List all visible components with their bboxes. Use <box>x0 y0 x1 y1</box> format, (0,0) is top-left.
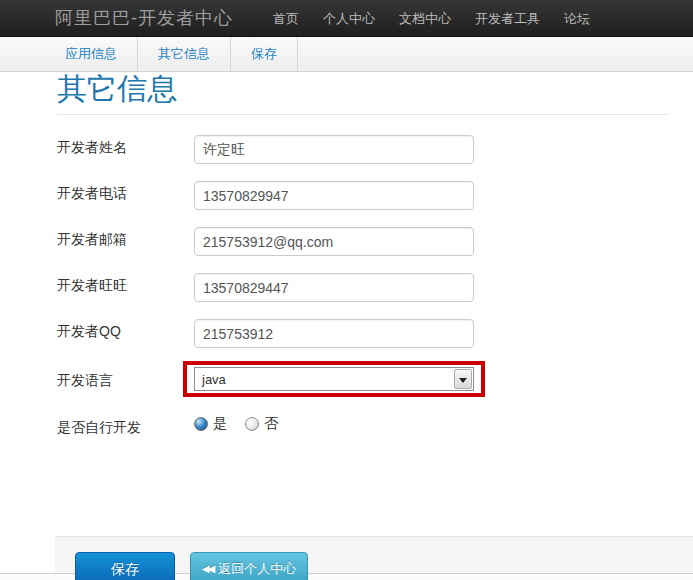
save-button[interactable]: 保存 <box>75 552 175 580</box>
brand-title[interactable]: 阿里巴巴-开发者中心 <box>55 6 233 30</box>
developer-center-page: { "navbar": { "brand": "阿里巴巴-开发者中心", "it… <box>0 0 693 580</box>
developer-phone-input[interactable] <box>194 181 474 210</box>
save-button-label: 保存 <box>111 561 139 577</box>
developer-wangwang-label: 开发者旺旺 <box>57 277 127 295</box>
sub-navbar: 应用信息 其它信息 保存 <box>0 37 693 72</box>
back-button-label: 返回个人中心 <box>218 561 296 576</box>
main-menu: 首页 个人中心 文档中心 开发者工具 论坛 <box>261 0 602 37</box>
menu-item-home[interactable]: 首页 <box>261 0 311 37</box>
tab-app-info[interactable]: 应用信息 <box>45 37 138 71</box>
developer-email-input[interactable] <box>194 227 474 256</box>
developer-name-input[interactable] <box>194 135 474 164</box>
dropdown-arrow-icon[interactable] <box>454 369 472 389</box>
radio-no[interactable] <box>245 417 259 431</box>
developer-wangwang-input[interactable] <box>194 273 474 302</box>
red-highlight-box: java <box>183 361 485 397</box>
self-developed-label: 是否自行开发 <box>57 419 141 437</box>
dev-language-selected-value: java <box>202 372 226 387</box>
radio-no-label[interactable]: 否 <box>264 415 278 433</box>
radio-yes[interactable] <box>194 417 208 431</box>
tab-other-info[interactable]: 其它信息 <box>138 37 231 71</box>
menu-item-forum[interactable]: 论坛 <box>552 0 602 37</box>
radio-yes-label[interactable]: 是 <box>213 415 227 433</box>
page-title: 其它信息 <box>57 69 177 110</box>
dev-language-select[interactable]: java <box>194 367 474 391</box>
top-navbar: 阿里巴巴-开发者中心 首页 个人中心 文档中心 开发者工具 论坛 <box>0 0 693 37</box>
developer-name-label: 开发者姓名 <box>57 139 127 157</box>
developer-phone-label: 开发者电话 <box>57 185 127 203</box>
developer-qq-input[interactable] <box>194 319 474 348</box>
developer-email-label: 开发者邮箱 <box>57 231 127 249</box>
title-divider <box>57 114 669 115</box>
self-developed-radio-group: 是 否 <box>194 415 296 433</box>
dev-language-label: 开发语言 <box>57 372 113 390</box>
tab-save[interactable]: 保存 <box>231 37 298 71</box>
menu-item-personal-center[interactable]: 个人中心 <box>311 0 387 37</box>
developer-qq-label: 开发者QQ <box>57 323 121 341</box>
menu-item-developer-tools[interactable]: 开发者工具 <box>463 0 552 37</box>
menu-item-doc-center[interactable]: 文档中心 <box>387 0 463 37</box>
back-to-personal-center-button[interactable]: ◀◀返回个人中心 <box>190 552 308 580</box>
rewind-icon: ◀◀ <box>202 553 213 580</box>
